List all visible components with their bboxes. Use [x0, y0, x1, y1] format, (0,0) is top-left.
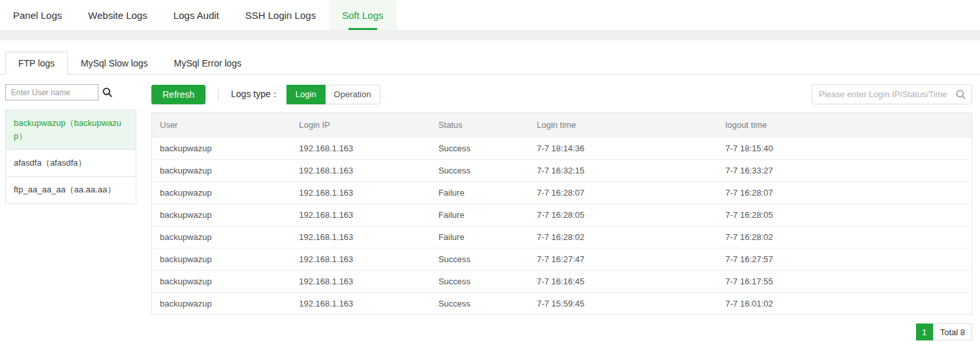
- user-list-item[interactable]: ftp_aa_aa_aa（aa.aa.aa）: [6, 177, 136, 203]
- table-header: User Login IP Status Login time logout t…: [152, 113, 972, 138]
- user-search-input[interactable]: [5, 84, 99, 100]
- cell-user: backupwazup: [152, 226, 292, 248]
- cell-status: Failure: [431, 204, 529, 226]
- cell-logout-time: 7-7 16:28:05: [718, 204, 972, 226]
- cell-login-ip: 192.168.1.163: [291, 138, 431, 160]
- cell-user: backupwazup: [152, 248, 292, 271]
- table-row: backupwazup 192.168.1.163 Success 7-7 16…: [152, 271, 972, 293]
- cell-user: backupwazup: [152, 271, 292, 293]
- cell-status: Failure: [431, 182, 529, 204]
- table-row: backupwazup 192.168.1.163 Failure 7-7 16…: [152, 182, 972, 204]
- table-row: backupwazup 192.168.1.163 Failure 7-7 16…: [152, 226, 972, 248]
- sub-tab-label: MySql Slow logs: [81, 58, 148, 68]
- top-tab[interactable]: Logs Audit: [161, 0, 232, 30]
- sub-tab-label: MySql Error logs: [174, 58, 241, 68]
- table-row: backupwazup 192.168.1.163 Success 7-7 15…: [152, 293, 972, 315]
- ftp-user-sidebar: backupwazup（backupwazup） afasdfa（afasdfa…: [5, 84, 136, 340]
- top-tab[interactable]: Panel Logs: [0, 0, 75, 30]
- logs-toolbar: Refresh Logs type： Login Operation: [151, 84, 972, 104]
- main-content: backupwazup（backupwazup） afasdfa（afasdfa…: [0, 75, 980, 340]
- logs-type-label: Logs type：: [231, 89, 280, 100]
- table-row: backupwazup 192.168.1.163 Failure 7-7 16…: [152, 204, 972, 226]
- cell-status: Success: [431, 248, 529, 271]
- table-row: backupwazup 192.168.1.163 Success 7-7 18…: [152, 138, 972, 160]
- top-tab-label: Website Logs: [88, 10, 147, 21]
- ftp-user-list: backupwazup（backupwazup） afasdfa（afasdfa…: [5, 110, 136, 204]
- cell-login-time: 7-7 16:28:05: [529, 204, 718, 226]
- page-number-button[interactable]: 1: [916, 323, 933, 340]
- cell-login-ip: 192.168.1.163: [291, 226, 431, 248]
- cell-user: backupwazup: [152, 293, 292, 315]
- user-search-bar: [5, 84, 136, 100]
- top-tab-label: Panel Logs: [13, 10, 62, 21]
- cell-login-ip: 192.168.1.163: [291, 160, 431, 182]
- cell-status: Success: [431, 138, 529, 160]
- column-header: Status: [431, 113, 529, 138]
- sub-tab[interactable]: FTP logs: [5, 52, 68, 75]
- cell-user: backupwazup: [152, 204, 292, 226]
- cell-login-time: 7-7 15:59:45: [529, 293, 718, 315]
- logs-type-button[interactable]: Operation: [326, 85, 380, 104]
- table-row: backupwazup 192.168.1.163 Success 7-7 16…: [152, 248, 972, 271]
- column-header: Login time: [529, 113, 718, 138]
- cell-user: backupwazup: [152, 160, 292, 182]
- toolbar-divider: [218, 89, 219, 100]
- cell-status: Success: [431, 271, 529, 293]
- logs-search-input[interactable]: [812, 84, 972, 104]
- column-header: logout time: [718, 113, 972, 138]
- top-tab-bar: Panel Logs Website Logs Logs Audit SSH L…: [0, 0, 980, 30]
- cell-logout-time: 7-7 16:01:02: [718, 293, 972, 315]
- top-tab-label: SSH Login Logs: [245, 10, 316, 21]
- user-list-item[interactable]: backupwazup（backupwazup）: [6, 110, 136, 150]
- cell-logout-time: 7-7 16:17:55: [718, 271, 972, 293]
- sub-tab[interactable]: MySql Error logs: [161, 52, 254, 75]
- top-tab[interactable]: Soft Logs: [329, 0, 396, 30]
- cell-login-time: 7-7 16:28:07: [529, 182, 718, 204]
- sub-tab-bar: FTP logs MySql Slow logs MySql Error log…: [0, 52, 980, 75]
- sub-tab-label: FTP logs: [18, 58, 55, 68]
- header-separator: [0, 30, 980, 40]
- cell-login-ip: 192.168.1.163: [291, 182, 431, 204]
- cell-status: Success: [431, 293, 529, 315]
- cell-login-time: 7-7 16:32:15: [529, 160, 718, 182]
- table-body: backupwazup 192.168.1.163 Success 7-7 18…: [152, 138, 972, 315]
- search-icon[interactable]: [955, 89, 966, 100]
- top-tab[interactable]: Website Logs: [75, 0, 161, 30]
- cell-user: backupwazup: [152, 138, 292, 160]
- cell-status: Failure: [431, 226, 529, 248]
- cell-logout-time: 7-7 16:28:02: [718, 226, 972, 248]
- cell-status: Success: [431, 160, 529, 182]
- sub-tab[interactable]: MySql Slow logs: [68, 52, 161, 75]
- cell-login-ip: 192.168.1.163: [291, 204, 431, 226]
- cell-login-ip: 192.168.1.163: [291, 248, 431, 271]
- column-header: User: [152, 113, 292, 138]
- logs-panel: Refresh Logs type： Login Operation: [151, 84, 972, 340]
- cell-login-time: 7-7 16:28:02: [529, 226, 718, 248]
- cell-login-time: 7-7 18:14:36: [529, 138, 718, 160]
- logs-type-toggle: Login Operation: [286, 85, 380, 104]
- cell-login-time: 7-7 16:27:47: [529, 248, 718, 271]
- logs-search-bar: [812, 84, 972, 104]
- pagination: 1 Total 8: [151, 323, 972, 340]
- search-icon[interactable]: [102, 87, 113, 98]
- table-row: backupwazup 192.168.1.163 Success 7-7 16…: [152, 160, 972, 182]
- cell-logout-time: 7-7 16:28:07: [718, 182, 972, 204]
- ftp-log-table: User Login IP Status Login time logout t…: [151, 112, 972, 315]
- cell-logout-time: 7-7 16:27:57: [718, 248, 972, 271]
- top-tab[interactable]: SSH Login Logs: [232, 0, 329, 30]
- cell-user: backupwazup: [152, 182, 292, 204]
- column-header: Login IP: [291, 113, 431, 138]
- cell-login-ip: 192.168.1.163: [291, 293, 431, 315]
- top-tab-label: Logs Audit: [174, 10, 219, 21]
- cell-logout-time: 7-7 16:33:27: [718, 160, 972, 182]
- logs-type-button[interactable]: Login: [286, 85, 326, 104]
- cell-login-ip: 192.168.1.163: [291, 271, 431, 293]
- cell-login-time: 7-7 16:16:45: [529, 271, 718, 293]
- refresh-button[interactable]: Refresh: [151, 85, 206, 104]
- user-list-item[interactable]: afasdfa（afasdfa）: [6, 150, 136, 177]
- top-tab-label: Soft Logs: [342, 10, 383, 21]
- cell-logout-time: 7-7 18:15:40: [718, 138, 972, 160]
- total-count-label: Total 8: [933, 323, 972, 340]
